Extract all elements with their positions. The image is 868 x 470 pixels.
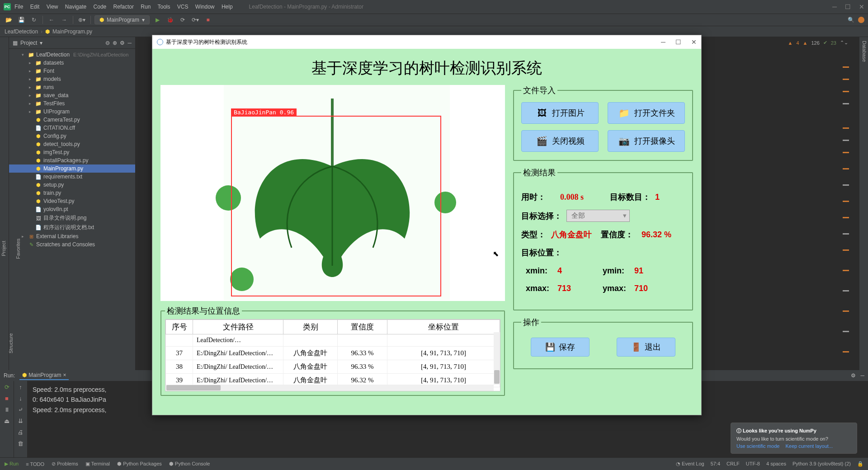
breadcrumb-file[interactable]: MainProgram.py bbox=[52, 28, 92, 35]
debug-icon[interactable]: 🐞 bbox=[165, 15, 175, 24]
save-icon[interactable]: 💾 bbox=[16, 15, 26, 24]
menu-code[interactable]: Code bbox=[94, 4, 107, 10]
tree-file[interactable]: 📄requirements.txt bbox=[9, 173, 135, 181]
table-header[interactable]: 置信度 bbox=[338, 320, 387, 334]
menu-run[interactable]: Run bbox=[141, 4, 151, 10]
trash-icon[interactable]: 🗑 bbox=[18, 440, 24, 447]
back-icon[interactable]: ← bbox=[47, 15, 57, 24]
reload-icon[interactable]: ↻ bbox=[29, 15, 39, 24]
exit-button[interactable]: 🚪 退出 bbox=[617, 338, 675, 357]
wrap-icon[interactable]: ⤶ bbox=[18, 406, 23, 413]
locate-icon[interactable]: ⊕ bbox=[113, 40, 117, 46]
save-button[interactable]: 💾 保存 bbox=[531, 338, 590, 357]
status-interpreter[interactable]: Python 3.9 (yolov8test) (2) bbox=[793, 461, 851, 467]
tree-file[interactable]: ⬢train.py bbox=[9, 189, 135, 197]
minimize-icon[interactable]: ─ bbox=[832, 3, 837, 10]
rerun-icon[interactable]: ⟳ bbox=[5, 384, 9, 390]
menu-vcs[interactable]: VCS bbox=[177, 4, 189, 10]
stop-icon[interactable]: ■ bbox=[203, 15, 213, 24]
open-icon[interactable]: 📂 bbox=[4, 15, 14, 24]
app-maximize-icon[interactable]: ☐ bbox=[675, 38, 681, 46]
print-icon[interactable]: 🖨 bbox=[18, 429, 24, 436]
profile-icon[interactable]: ⟳▾ bbox=[190, 15, 200, 24]
open-camera-button[interactable]: 📷 打开摄像头 bbox=[608, 130, 685, 152]
table-scrollbar-horizontal[interactable] bbox=[165, 385, 494, 391]
tree-folder[interactable]: ▸📁TestFiles bbox=[9, 99, 135, 108]
close-tab-icon[interactable]: × bbox=[63, 372, 66, 378]
settings-icon[interactable]: ⚙ bbox=[120, 40, 125, 46]
target-select-dropdown[interactable]: 全部 bbox=[566, 210, 630, 222]
pause-icon[interactable]: ⏸ bbox=[4, 406, 10, 413]
chevron-updown-icon[interactable]: ⌃⌄ bbox=[840, 40, 848, 46]
tree-folder[interactable]: ▸📁models bbox=[9, 75, 135, 83]
python-packages-button[interactable]: ⬢ Python Packages bbox=[117, 461, 162, 467]
hide-icon[interactable]: ─ bbox=[127, 40, 132, 46]
tree-folder[interactable]: ▸📁Font bbox=[9, 67, 135, 75]
chevron-down-icon[interactable]: ▾ bbox=[40, 40, 42, 46]
tree-file[interactable]: ⬢setup.py bbox=[9, 181, 135, 189]
todo-button[interactable]: ≡ TODO bbox=[26, 461, 44, 467]
terminal-button[interactable]: ▣ Terminal bbox=[85, 461, 110, 467]
python-console-button[interactable]: ⬢ Python Console bbox=[169, 461, 210, 467]
event-log-button[interactable]: ◔ Event Log bbox=[676, 461, 704, 467]
menu-help[interactable]: Help bbox=[222, 4, 233, 10]
tree-file[interactable]: ⬢VideoTest.py bbox=[9, 197, 135, 205]
menu-file[interactable]: File bbox=[14, 4, 23, 10]
notif-link-scientific[interactable]: Use scientific mode bbox=[736, 443, 779, 449]
tree-file[interactable]: ⬢CameraTest.py bbox=[9, 116, 135, 124]
status-position[interactable]: 57:4 bbox=[711, 461, 720, 467]
search-icon[interactable]: 🔍 bbox=[848, 17, 854, 23]
tree-folder[interactable]: ▸📁UIProgram bbox=[9, 108, 135, 116]
table-header[interactable]: 坐标位置 bbox=[387, 320, 500, 334]
tree-file[interactable]: ⬢Config.py bbox=[9, 132, 135, 140]
run-tab-active[interactable]: ⬢ MainProgram × bbox=[19, 371, 69, 380]
close-icon[interactable]: ✕ bbox=[859, 3, 864, 10]
table-header[interactable]: 序号 bbox=[166, 320, 193, 334]
results-table[interactable]: 序号 文件路径 类别 置信度 坐标位置 LeafDetection/… 37 bbox=[165, 320, 500, 387]
avatar-icon[interactable] bbox=[858, 17, 864, 23]
minimize-panel-icon[interactable]: ─ bbox=[860, 372, 864, 379]
exit-icon[interactable]: ⏏ bbox=[4, 418, 9, 424]
tree-file[interactable]: ⬢detect_tools.py bbox=[9, 140, 135, 148]
scroll-icon[interactable]: ⇊ bbox=[18, 418, 23, 424]
tree-file[interactable]: 🖼目录文件说明.png bbox=[9, 213, 135, 223]
app-minimize-icon[interactable]: ─ bbox=[661, 38, 665, 46]
stop-icon[interactable]: ■ bbox=[5, 395, 9, 402]
coverage-icon[interactable]: ⟳ bbox=[178, 15, 188, 24]
tree-file[interactable]: ⬢installPackages.py bbox=[9, 156, 135, 164]
tree-file[interactable]: 📄yolov8n.pt bbox=[9, 205, 135, 213]
breadcrumb-root[interactable]: LeafDetection bbox=[5, 28, 38, 35]
forward-icon[interactable]: → bbox=[59, 15, 69, 24]
table-row[interactable]: 38 E:/DingZhi/ LeafDetection/… 八角金盘叶 96.… bbox=[166, 360, 500, 374]
close-video-button[interactable]: 🎬 关闭视频 bbox=[521, 130, 599, 152]
tree-folder[interactable]: ▸📁datasets bbox=[9, 59, 135, 67]
app-close-icon[interactable]: ✕ bbox=[691, 38, 697, 46]
editor-inspections[interactable]: ▲4 ▲126 ✔23 ⌃⌄ bbox=[788, 40, 848, 46]
tree-file[interactable]: 📄程序运行说明文档.txt bbox=[9, 223, 135, 232]
tree-file[interactable]: 📄CITATION.cff bbox=[9, 124, 135, 132]
tree-file[interactable]: ⬢imgTest.py bbox=[9, 148, 135, 156]
menu-window[interactable]: Window bbox=[195, 4, 215, 10]
status-indent[interactable]: 4 spaces bbox=[766, 461, 786, 467]
collapse-icon[interactable]: ⊖ bbox=[105, 40, 110, 46]
run-config-selector[interactable]: ⬢ MainProgram ▾ bbox=[94, 15, 150, 24]
status-encoding[interactable]: UTF-8 bbox=[746, 461, 760, 467]
run-button[interactable]: ▶ Run bbox=[5, 461, 19, 467]
menu-refactor[interactable]: Refactor bbox=[113, 4, 134, 10]
table-header[interactable]: 类别 bbox=[283, 320, 338, 334]
gear-icon[interactable]: ⚙ bbox=[851, 372, 856, 379]
maximize-icon[interactable]: ☐ bbox=[845, 3, 851, 10]
open-folder-button[interactable]: 📁 打开文件夹 bbox=[608, 102, 685, 124]
tree-folder[interactable]: ▸📁runs bbox=[9, 83, 135, 91]
menu-edit[interactable]: Edit bbox=[30, 4, 40, 10]
notif-link-keep[interactable]: Keep current layout... bbox=[785, 443, 833, 449]
problems-button[interactable]: ⊘ Problems bbox=[52, 461, 78, 467]
menu-tools[interactable]: Tools bbox=[157, 4, 170, 10]
menu-view[interactable]: View bbox=[47, 4, 58, 10]
down-icon[interactable]: ↓ bbox=[19, 395, 22, 402]
table-row-partial[interactable]: LeafDetection/… bbox=[166, 334, 500, 347]
run-icon[interactable]: ▶ bbox=[152, 15, 162, 24]
lock-icon[interactable]: 🔒 bbox=[857, 461, 863, 467]
status-eol[interactable]: CRLF bbox=[726, 461, 740, 467]
tree-external-libs[interactable]: ▸⊞External Libraries bbox=[9, 232, 135, 240]
